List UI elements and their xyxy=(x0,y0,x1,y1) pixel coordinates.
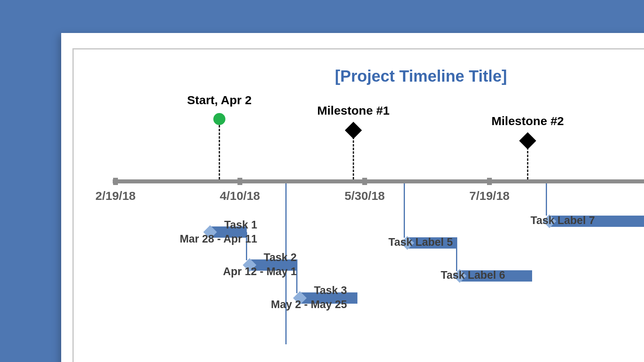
section-connector xyxy=(404,183,405,238)
timeline-axis xyxy=(113,179,644,183)
chart-title: [Project Timeline Title] xyxy=(335,67,507,85)
axis-tick xyxy=(237,178,242,185)
task-3-label: Task 3 xyxy=(314,284,347,297)
milestone-start-connector xyxy=(219,125,220,179)
task-1-label: Task 1 xyxy=(224,219,257,231)
timeline-chart: [Project Timeline Title] Start, Apr 2 Mi… xyxy=(61,33,644,362)
section-connector xyxy=(546,183,547,216)
task-2-label: Task 2 xyxy=(264,251,297,264)
milestone-2-connector xyxy=(527,147,528,179)
task-5-connector xyxy=(456,243,457,271)
milestone-1-marker xyxy=(345,122,362,139)
axis-tick-label: 7/19/18 xyxy=(469,189,510,203)
axis-tick xyxy=(487,178,492,185)
milestone-start-label: Start, Apr 2 xyxy=(187,93,252,107)
task-2-range: Apr 12 - May 1 xyxy=(223,265,297,278)
axis-tick-label: 4/10/18 xyxy=(220,189,260,203)
milestone-start-marker xyxy=(213,113,225,125)
task-5-label: Task Label 5 xyxy=(388,236,453,249)
axis-tick xyxy=(362,178,367,185)
milestone-1-connector xyxy=(353,137,354,179)
task-7-label: Task Label 7 xyxy=(530,214,595,227)
task-1-range: Mar 28 - Apr 11 xyxy=(180,233,257,245)
axis-tick xyxy=(113,178,118,185)
document-sheet: [Project Timeline Title] Start, Apr 2 Mi… xyxy=(61,33,644,362)
milestone-2-label: Milestone #2 xyxy=(491,114,564,128)
axis-tick-label: 5/30/18 xyxy=(345,189,385,203)
task-6-label: Task Label 6 xyxy=(441,269,505,282)
milestone-1-label: Milestone #1 xyxy=(317,104,390,117)
axis-tick-label: 2/19/18 xyxy=(95,189,136,203)
milestone-2-marker xyxy=(519,132,536,149)
task-3-range: May 2 - May 25 xyxy=(271,298,347,311)
